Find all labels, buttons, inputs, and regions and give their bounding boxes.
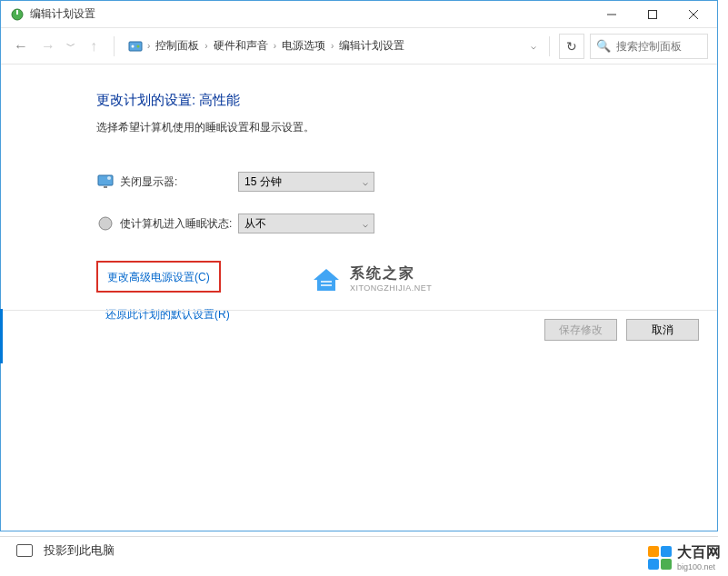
toolbar-divider: [549, 36, 550, 56]
svg-point-8: [137, 45, 140, 47]
house-icon: [310, 265, 343, 293]
breadcrumb-item[interactable]: 编辑计划设置: [337, 36, 406, 55]
save-button[interactable]: 保存修改: [544, 319, 617, 341]
refresh-button[interactable]: ↻: [559, 34, 584, 59]
close-button[interactable]: [673, 2, 713, 27]
taskbar-row[interactable]: 投影到此电脑: [0, 536, 718, 563]
breadcrumb[interactable]: › 控制面板 › 硬件和声音 › 电源选项 › 编辑计划设置: [124, 36, 522, 55]
page-heading: 更改计划的设置: 高性能: [96, 92, 717, 109]
power-options-icon: [10, 7, 25, 22]
search-icon: 🔍: [596, 39, 611, 53]
title-bar: 编辑计划设置: [1, 1, 717, 28]
advanced-power-settings-link[interactable]: 更改高级电源设置(C): [107, 271, 210, 283]
chevron-down-icon: ⌵: [363, 177, 368, 187]
control-panel-window: 编辑计划设置 ← → ﹀ ↑ › 控制面板 ›: [0, 0, 718, 531]
taskbar-label: 投影到此电脑: [44, 542, 115, 559]
breadcrumb-item[interactable]: 电源选项: [280, 36, 327, 55]
display-timeout-select[interactable]: 15 分钟 ⌵: [238, 172, 374, 192]
breadcrumb-chevron-icon[interactable]: ›: [204, 41, 207, 51]
window-title: 编辑计划设置: [30, 6, 591, 22]
search-box[interactable]: 🔍: [590, 34, 708, 59]
cancel-button[interactable]: 取消: [626, 319, 699, 341]
svg-point-7: [132, 45, 135, 47]
watermark: 系统之家 XITONGZHIJIA.NET: [310, 264, 432, 293]
search-input[interactable]: [616, 40, 702, 53]
watermark-name: 系统之家: [350, 264, 432, 283]
breadcrumb-dropdown-icon[interactable]: ⌵: [527, 37, 540, 55]
setting-label: 使计算机进入睡眠状态:: [120, 216, 238, 232]
back-button[interactable]: ←: [10, 35, 32, 57]
breadcrumb-chevron-icon[interactable]: ›: [274, 41, 276, 51]
control-panel-icon: [127, 38, 144, 55]
toolbar-divider: [114, 36, 115, 56]
minimize-button[interactable]: [591, 2, 632, 27]
breadcrumb-item[interactable]: 控制面板: [154, 36, 201, 55]
logo-url: big100.net: [677, 562, 721, 571]
svg-point-12: [99, 217, 112, 230]
history-dropdown-icon[interactable]: ﹀: [65, 40, 77, 53]
svg-rect-9: [98, 175, 113, 185]
setting-row-display: 关闭显示器: 15 分钟 ⌵: [96, 172, 717, 192]
horizontal-divider: [1, 310, 717, 311]
svg-rect-1: [16, 10, 18, 15]
breadcrumb-item[interactable]: 硬件和声音: [212, 36, 270, 55]
svg-point-10: [107, 176, 111, 180]
breadcrumb-chevron-icon[interactable]: ›: [331, 41, 334, 51]
svg-rect-3: [648, 10, 656, 18]
selection-indicator: [0, 309, 3, 363]
maximize-button[interactable]: [632, 2, 673, 27]
watermark-url: XITONGZHIJIA.NET: [350, 283, 432, 293]
svg-rect-6: [129, 42, 142, 51]
breadcrumb-chevron-icon[interactable]: ›: [147, 41, 150, 51]
forward-button[interactable]: →: [37, 35, 59, 57]
svg-rect-11: [104, 186, 107, 188]
navigation-toolbar: ← → ﹀ ↑ › 控制面板 › 硬件和声音 › 电源选项 › 编辑计划设置 ⌵…: [1, 28, 717, 65]
monitor-icon: [96, 173, 115, 191]
window-controls: [591, 2, 713, 27]
chevron-down-icon: ⌵: [363, 219, 368, 229]
project-screen-icon: [16, 544, 33, 557]
up-button[interactable]: ↑: [83, 35, 105, 57]
action-buttons: 保存修改 取消: [544, 319, 699, 341]
setting-label: 关闭显示器:: [120, 174, 238, 190]
site-logo: 大百网 big100.net: [648, 543, 721, 571]
moon-icon: [96, 214, 115, 233]
setting-row-sleep: 使计算机进入睡眠状态: 从不 ⌵: [96, 214, 717, 233]
sleep-timeout-select[interactable]: 从不 ⌵: [238, 214, 374, 233]
page-subtitle: 选择希望计算机使用的睡眠设置和显示设置。: [96, 120, 717, 135]
logo-name: 大百网: [677, 543, 721, 562]
highlighted-link-box: 更改高级电源设置(C): [96, 261, 221, 293]
